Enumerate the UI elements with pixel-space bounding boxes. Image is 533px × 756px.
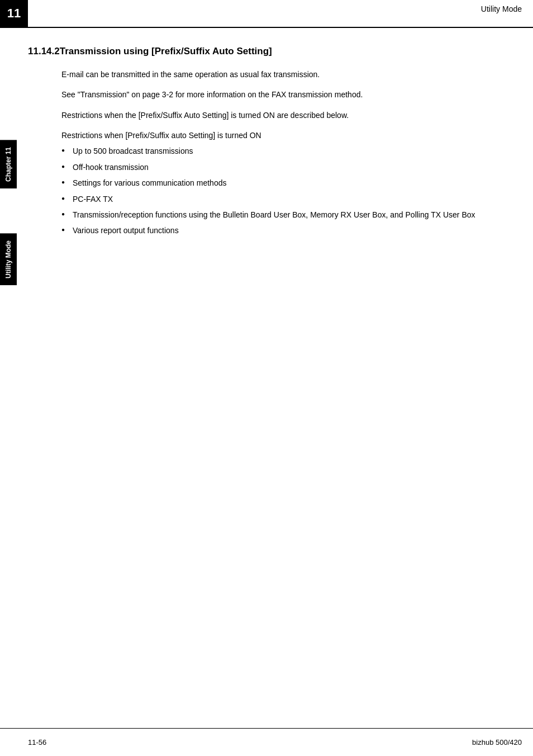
bottom-footer: 11-56 bizhub 500/420 bbox=[0, 728, 533, 756]
footer-page-number: 11-56 bbox=[28, 738, 46, 746]
list-item: Various report output functions bbox=[61, 224, 522, 237]
section-heading: 11.14.2Transmission using [Prefix/Suffix… bbox=[28, 45, 522, 58]
list-item: Off-hook transmission bbox=[61, 161, 522, 173]
page-container: 11 Utility Mode Chapter 11 Utility Mode … bbox=[0, 0, 533, 756]
chapter-number-box: 11 bbox=[0, 0, 28, 27]
paragraph-1: E-mail can be transmitted in the same op… bbox=[61, 68, 522, 81]
header-line bbox=[28, 0, 481, 27]
paragraph-3: Restrictions when the [Prefix/Suffix Aut… bbox=[61, 109, 522, 121]
top-header: 11 Utility Mode bbox=[0, 0, 533, 28]
footer-product-name: bizhub 500/420 bbox=[472, 738, 522, 746]
list-item: Up to 500 broadcast transmissions bbox=[61, 145, 522, 157]
list-item: Settings for various communication metho… bbox=[61, 177, 522, 189]
chapter-number: 11 bbox=[7, 6, 21, 21]
paragraph-2: See "Transmission" on page 3-2 for more … bbox=[61, 88, 522, 101]
list-item: Transmission/reception functions using t… bbox=[61, 209, 522, 221]
bullet-list: Up to 500 broadcast transmissions Off-ho… bbox=[61, 145, 522, 237]
chapter-tab: Chapter 11 bbox=[0, 140, 17, 188]
restrictions-intro: Restrictions when [Prefix/Suffix auto Se… bbox=[61, 129, 522, 141]
left-sidebar: Chapter 11 Utility Mode bbox=[0, 28, 17, 722]
main-content: 11.14.2Transmission using [Prefix/Suffix… bbox=[28, 28, 522, 290]
list-item: PC-FAX TX bbox=[61, 193, 522, 205]
header-title: Utility Mode bbox=[481, 0, 533, 27]
utility-tab: Utility Mode bbox=[0, 233, 17, 285]
